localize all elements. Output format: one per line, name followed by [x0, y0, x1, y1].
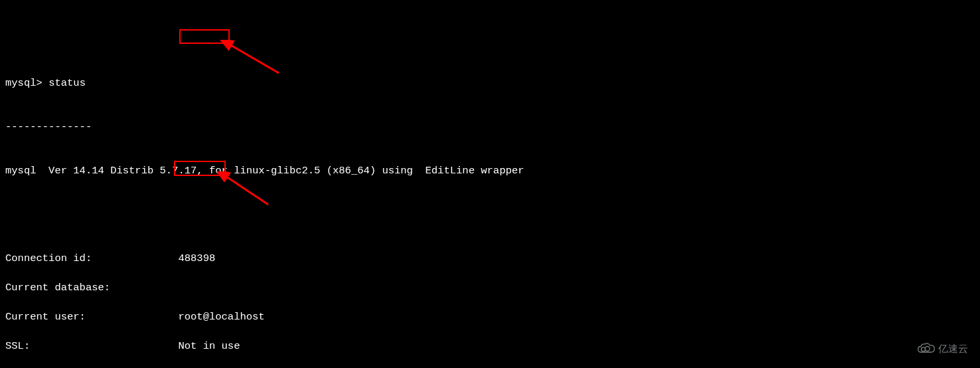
status-row: Current database: — [5, 280, 975, 295]
blank-line — [5, 193, 975, 207]
status-value: Not in use — [178, 340, 240, 352]
svg-point-3 — [925, 347, 930, 351]
watermark: 亿速云 — [917, 341, 968, 356]
version-line: mysql Ver 14.14 Distrib 5.7.17, for linu… — [5, 163, 975, 178]
prompt: mysql> — [5, 77, 42, 89]
version-pre: mysql Ver 14.14 Distrib — [5, 165, 160, 177]
arrow-icon — [219, 40, 286, 80]
version-post: , for linux-glibc2.5 (x86_64) using Edit… — [197, 165, 524, 177]
cloud-icon — [917, 343, 936, 355]
terminal-line: mysql> status — [5, 76, 975, 90]
status-row: Current user: root@localhost — [5, 310, 975, 324]
status-value: root@localhost — [178, 311, 264, 323]
version-number: 5.7.17 — [160, 165, 197, 177]
status-value: 488398 — [178, 252, 215, 264]
watermark-text: 亿速云 — [938, 341, 968, 356]
status-row: Connection id: 488398 — [5, 251, 975, 266]
status-row: SSL: Not in use — [5, 339, 975, 353]
status-label: Connection id: — [5, 252, 178, 264]
highlight-box — [179, 29, 230, 44]
svg-line-0 — [228, 44, 279, 73]
divider: -------------- — [5, 120, 975, 134]
command-text: status — [48, 77, 86, 89]
status-label: SSL: — [5, 340, 178, 352]
status-label: Current user: — [5, 311, 178, 323]
status-label: Current database: — [5, 282, 178, 294]
